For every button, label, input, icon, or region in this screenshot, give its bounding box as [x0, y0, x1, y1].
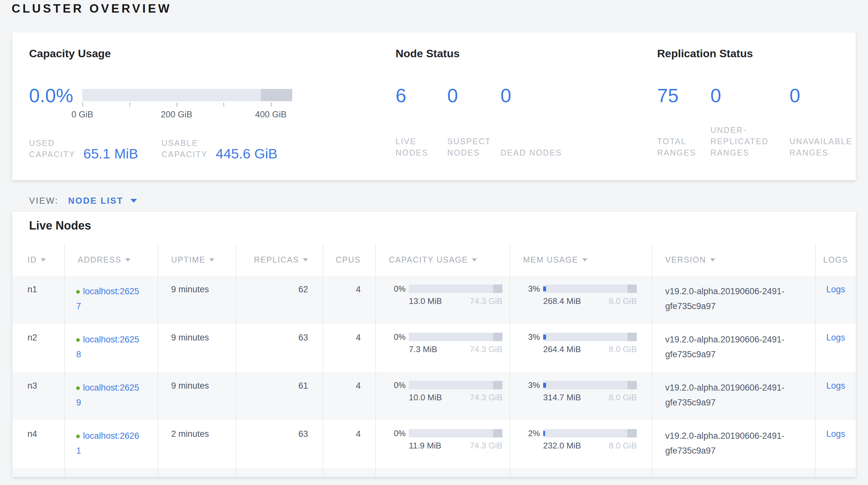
- chevron-down-icon[interactable]: [130, 199, 137, 203]
- mem-usage-total-value: 8.0 GiB: [609, 344, 637, 354]
- total-ranges-count: 75: [657, 86, 710, 106]
- capacity-usage-percent: 0%: [389, 429, 406, 437]
- axis-tick-label: 0 GiB: [71, 110, 93, 120]
- column-header-logs: LOGS: [815, 244, 856, 276]
- mem-usage-total-value: 8.0 GiB: [609, 393, 637, 402]
- axis-tick: [271, 103, 272, 107]
- capacity-usage-bar: [409, 333, 502, 341]
- logs-link[interactable]: Logs: [826, 381, 845, 391]
- capacity-bar-reserved-segment: [261, 89, 292, 101]
- mem-usage-percent: 3%: [523, 285, 540, 293]
- mem-usage-bar: [543, 381, 637, 389]
- live-nodes-heading: Live Nodes: [29, 219, 91, 232]
- unavailable-ranges-metric: 0 UNAVAILABLE RANGES: [789, 86, 856, 159]
- usable-capacity-value: 445.6 GiB: [216, 147, 277, 160]
- node-replicas: 63: [236, 420, 323, 468]
- mem-usage-cell: 3%314.7 MiB8.0 GiB: [510, 372, 652, 420]
- sort-desc-icon: [303, 258, 308, 262]
- column-header-label: VERSION: [665, 255, 706, 264]
- column-header-label: ADDRESS: [78, 255, 121, 264]
- mem-usage-bar: [543, 285, 637, 293]
- column-header-version[interactable]: VERSION: [652, 244, 815, 276]
- mem-usage-used-value: 264.4 MiB: [543, 344, 581, 354]
- capacity-bar-track: [82, 89, 292, 101]
- node-address-cell: localhost:26257: [65, 276, 158, 324]
- node-version: v19.2.0-alpha.20190606-2491-gfe735c9a97: [652, 324, 815, 372]
- column-header-capacity[interactable]: CAPACITY USAGE: [376, 244, 510, 276]
- column-header-mem[interactable]: MEM USAGE: [510, 244, 652, 276]
- node-address-cell: localhost:26261: [65, 420, 158, 468]
- mem-usage-cell: 4%329.6 MiB8.0 GiB: [510, 468, 652, 477]
- mem-usage-cell: 3%268.4 MiB8.0 GiB: [510, 276, 652, 324]
- live-nodes-table: IDADDRESSUPTIMEREPLICASCPUSCAPACITY USAG…: [12, 244, 856, 477]
- node-id: n3: [12, 372, 65, 420]
- logs-link[interactable]: Logs: [826, 285, 845, 294]
- capacity-usage-total-value: 74.3 GiB: [470, 344, 502, 354]
- capacity-usage-percent: 0%: [389, 381, 406, 389]
- suspect-nodes-count: 0: [447, 86, 500, 106]
- column-header-label: REPLICAS: [254, 255, 299, 264]
- mem-usage-bar-reserved-segment: [627, 381, 637, 389]
- node-cpus: 4: [323, 276, 376, 324]
- mem-usage-bar: [543, 429, 637, 437]
- mem-usage-bar-fill: [543, 431, 545, 436]
- sort-desc-icon: [209, 258, 214, 262]
- node-status-heading: Node Status: [396, 47, 460, 60]
- capacity-usage-bar: [409, 285, 502, 293]
- column-header-id[interactable]: ID: [12, 244, 65, 276]
- mem-usage-percent: 3%: [523, 333, 540, 341]
- mem-usage-bar-fill: [543, 383, 546, 388]
- node-uptime: 9 minutes: [158, 372, 236, 420]
- logs-link[interactable]: Logs: [826, 429, 845, 439]
- used-capacity-label: USED CAPACITY: [29, 137, 83, 160]
- under-replicated-ranges-metric: 0 UNDER-REPLICATED RANGES: [710, 86, 789, 159]
- node-live-dot-icon: [76, 290, 80, 293]
- capacity-usage-total-value: 74.3 GiB: [470, 441, 502, 450]
- capacity-used-percent: 0.0%: [29, 86, 73, 106]
- capacity-usage-bar: [409, 381, 502, 389]
- mem-usage-cell: 2%232.0 MiB8.0 GiB: [510, 420, 652, 468]
- mem-usage-used-value: 268.4 MiB: [543, 296, 581, 306]
- usable-capacity-label: USABLE CAPACITY: [161, 137, 216, 160]
- node-address-link[interactable]: localhost:26257: [76, 286, 139, 311]
- view-dropdown[interactable]: NODE LIST: [68, 196, 123, 206]
- node-address-link[interactable]: localhost:26259: [76, 383, 139, 407]
- mem-usage-total-value: 8.0 GiB: [609, 441, 637, 450]
- used-capacity-value: 65.1 MiB: [83, 147, 138, 160]
- live-nodes-count: 6: [396, 86, 447, 106]
- mem-usage-bar-fill: [543, 286, 546, 291]
- node-row-n5: n5localhost:262629 minutes6340%12.4 MiB7…: [12, 468, 856, 477]
- column-header-address[interactable]: ADDRESS: [65, 244, 158, 276]
- live-nodes-panel: Live Nodes IDADDRESSUPTIMEREPLICASCPUSCA…: [12, 212, 856, 477]
- axis-tick-label: 200 GiB: [161, 110, 192, 120]
- capacity-usage-bar-reserved-segment: [493, 333, 502, 341]
- suspect-nodes-metric: 0 SUSPECT NODES: [447, 86, 500, 159]
- sort-desc-icon: [125, 258, 130, 262]
- logs-link[interactable]: Logs: [826, 333, 845, 342]
- under-replicated-ranges-count: 0: [710, 86, 789, 106]
- under-replicated-ranges-label: UNDER-REPLICATED RANGES: [710, 124, 789, 159]
- node-replicas: 63: [236, 468, 323, 477]
- logs-cell: Logs: [815, 372, 856, 420]
- replication-status-heading: Replication Status: [657, 47, 753, 60]
- table-header-row: IDADDRESSUPTIMEREPLICASCPUSCAPACITY USAG…: [12, 244, 856, 276]
- column-header-uptime[interactable]: UPTIME: [158, 244, 236, 276]
- node-address-link[interactable]: localhost:26261: [76, 431, 139, 456]
- capacity-axis: 0 GiB200 GiB400 GiB: [82, 101, 292, 124]
- column-header-replicas[interactable]: REPLICAS: [236, 244, 323, 276]
- node-row-n3: n3localhost:262599 minutes6140%10.0 MiB7…: [12, 372, 856, 420]
- node-row-n1: n1localhost:262579 minutes6240%13.0 MiB7…: [12, 276, 856, 324]
- node-uptime: 2 minutes: [158, 420, 236, 468]
- capacity-stats: USED CAPACITY 65.1 MiB USABLE CAPACITY 4…: [29, 137, 277, 160]
- view-selector: VIEW: NODE LIST: [29, 193, 137, 208]
- node-address-link[interactable]: localhost:26258: [76, 335, 139, 359]
- node-id: n5: [12, 468, 65, 477]
- mem-usage-bar-reserved-segment: [627, 285, 637, 293]
- node-id: n1: [12, 276, 65, 324]
- view-label: VIEW:: [29, 196, 58, 206]
- node-live-dot-icon: [76, 387, 80, 390]
- capacity-usage-heading: Capacity Usage: [29, 47, 111, 60]
- node-version: v19.2.0-alpha.20190606-2491-gfe735c9a97: [652, 420, 815, 468]
- mem-usage-cell: 3%264.4 MiB8.0 GiB: [510, 324, 652, 372]
- capacity-usage-cell: 0%13.0 MiB74.3 GiB: [376, 276, 510, 324]
